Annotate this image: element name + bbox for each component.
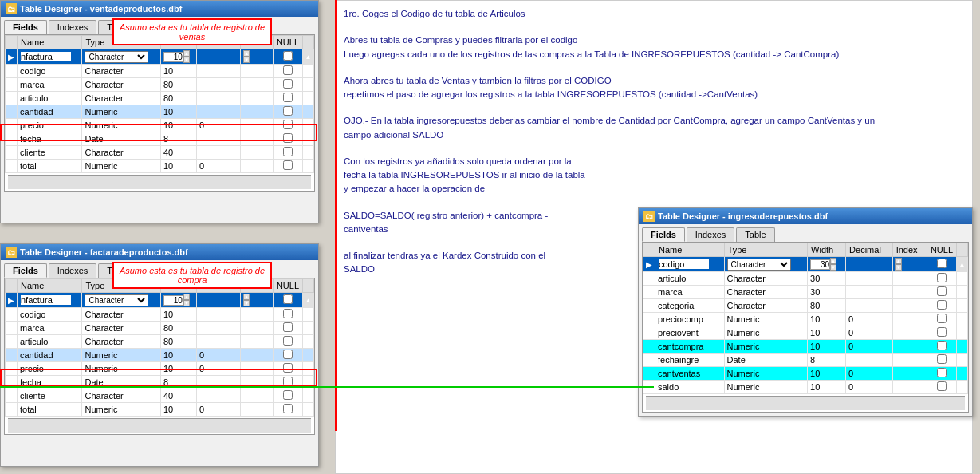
field-type-select[interactable]: Character [85, 294, 148, 306]
table-row: marcaCharacter80 [6, 78, 314, 92]
row-indicator [6, 308, 18, 322]
null-checkbox[interactable] [283, 93, 293, 102]
row-indicator: ▶ [6, 293, 18, 308]
null-checkbox[interactable] [283, 65, 293, 75]
field-type: Numeric [82, 362, 160, 376]
field-null [273, 403, 302, 417]
null-checkbox[interactable] [937, 273, 947, 282]
field-width: 10 [160, 160, 196, 173]
null-checkbox[interactable] [283, 294, 293, 304]
field-width-input[interactable] [163, 52, 183, 62]
null-checkbox[interactable] [283, 404, 293, 413]
field-width-input[interactable] [163, 295, 183, 306]
null-checkbox[interactable] [937, 314, 947, 323]
row-indicator [6, 403, 18, 417]
field-name: precio [18, 119, 82, 132]
null-checkbox[interactable] [283, 377, 293, 386]
row-indicator [6, 322, 18, 335]
table-row: cantidadNumeric10 [6, 105, 314, 119]
field-null [273, 92, 302, 105]
null-checkbox[interactable] [937, 259, 947, 268]
field-null [927, 367, 956, 381]
null-checkbox[interactable] [937, 381, 947, 391]
ingresos-tab-table[interactable]: Table [736, 227, 774, 242]
field-name-input[interactable] [20, 51, 72, 62]
ingresos-tab-fields[interactable]: Fields [642, 227, 685, 242]
row-indicator [643, 326, 655, 340]
null-checkbox[interactable] [283, 363, 293, 373]
field-decimal [197, 376, 241, 389]
field-type: Numeric [724, 367, 808, 381]
field-type-select[interactable]: Character [85, 51, 148, 63]
field-decimal [197, 335, 241, 349]
scroll-cell [303, 146, 314, 160]
field-name: codigo [18, 308, 82, 322]
text-line [344, 101, 964, 114]
facturas-tab-fields[interactable]: Fields [4, 263, 47, 278]
text-line: Abres tu tabla de Compras y puedes filtr… [344, 34, 964, 47]
field-index [241, 322, 274, 335]
scroll-cell [303, 362, 314, 376]
facturas-titlebar: 🗂 Table Designer - factaradeproductos.db… [1, 244, 318, 260]
null-checkbox[interactable] [283, 120, 293, 129]
ventas-tab-indexes[interactable]: Indexes [49, 20, 97, 34]
null-checkbox[interactable] [283, 309, 293, 318]
null-checkbox[interactable] [937, 300, 947, 310]
field-name: cliente [18, 146, 82, 160]
scroll-cell: ▲ [303, 293, 314, 308]
null-checkbox[interactable] [283, 147, 293, 156]
field-index [241, 65, 274, 78]
text-line: repetimos el paso de agregar los registr… [344, 88, 964, 101]
field-width: 80 [808, 299, 846, 313]
field-width: 8 [808, 354, 846, 367]
null-checkbox[interactable] [283, 133, 293, 143]
row-indicator [6, 119, 18, 132]
field-index [241, 308, 274, 322]
facturas-tab-indexes[interactable]: Indexes [49, 263, 97, 278]
field-type-select[interactable]: Character [727, 259, 791, 271]
field-type: Character [82, 335, 160, 349]
field-type: Character [82, 308, 160, 322]
null-checkbox[interactable] [283, 79, 293, 89]
field-type: Character [82, 92, 160, 105]
null-checkbox[interactable] [283, 390, 293, 400]
row-indicator [6, 146, 18, 160]
field-width: 80 [160, 335, 196, 349]
field-null [273, 49, 302, 65]
field-name [655, 257, 725, 272]
field-decimal: 0 [197, 403, 241, 417]
field-type: Character [82, 322, 160, 335]
ingresos-tab-indexes[interactable]: Indexes [687, 227, 735, 242]
table-row: precioNumeric100 [6, 362, 314, 376]
field-decimal [846, 257, 893, 272]
field-name-input[interactable] [658, 259, 710, 270]
field-name: total [18, 160, 82, 173]
null-checkbox[interactable] [937, 341, 947, 350]
null-checkbox[interactable] [283, 322, 293, 332]
null-checkbox[interactable] [283, 51, 293, 61]
row-indicator [6, 376, 18, 389]
text-line: Ahora abres tu tabla de Ventas y tambien… [344, 74, 964, 88]
null-checkbox[interactable] [937, 327, 947, 337]
field-decimal: 0 [197, 362, 241, 376]
null-checkbox[interactable] [937, 354, 947, 364]
field-name: fecha [18, 376, 82, 389]
scroll-cell [957, 286, 968, 299]
null-checkbox[interactable] [283, 106, 293, 116]
row-indicator [6, 105, 18, 119]
field-type: Character [724, 299, 808, 313]
field-type: Character [82, 78, 160, 92]
text-line: Con los registros ya añadidos solo queda… [344, 155, 964, 168]
field-index [241, 362, 274, 376]
field-name-input[interactable] [20, 294, 72, 306]
field-width-input[interactable] [810, 259, 830, 270]
table-row: totalNumeric100 [6, 160, 314, 173]
null-checkbox[interactable] [937, 368, 947, 377]
ingresos-bottom-bar [646, 396, 965, 410]
null-checkbox[interactable] [937, 286, 947, 296]
null-checkbox[interactable] [283, 336, 293, 346]
null-checkbox[interactable] [283, 350, 293, 359]
ventas-tab-fields[interactable]: Fields [4, 20, 47, 34]
field-null [273, 349, 302, 362]
null-checkbox[interactable] [283, 160, 293, 170]
